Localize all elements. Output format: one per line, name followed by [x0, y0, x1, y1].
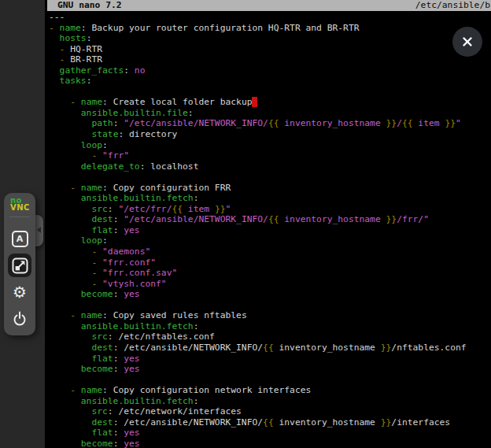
terminal-line: tasks: [49, 76, 491, 87]
terminal-line: dest: "/etc/ansible/NETWORK_INFO/{{ inve… [49, 214, 491, 225]
cursor [252, 97, 257, 107]
divider [9, 217, 30, 217]
fullscreen-icon [12, 257, 28, 274]
terminal[interactable]: GNU nano 7.2 /etc/ansible/b ---- name: B… [45, 0, 491, 448]
terminal-line: - HQ-RTR [49, 44, 491, 55]
terminal-line: become: yes [49, 289, 491, 300]
power-icon [11, 310, 28, 328]
terminal-line: become: yes [49, 364, 491, 375]
keyboard-button[interactable]: A [8, 227, 31, 250]
editor-content[interactable]: ---- name: Backup your router configurat… [49, 12, 491, 448]
terminal-line: - "frr" [49, 150, 491, 161]
terminal-line: src: /etc/network/interfaces [49, 406, 491, 417]
terminal-line: ansible.builtin.file: [49, 108, 491, 119]
terminal-line: - "vtysh.conf" [49, 279, 491, 290]
terminal-line: - name: Backup your router configuration… [49, 23, 491, 34]
gear-icon: ⚙ [13, 284, 27, 300]
terminal-line [49, 87, 491, 98]
vnc-control-bar: no VNC A ⚙ [4, 193, 35, 335]
terminal-line: flat: yes [49, 354, 491, 365]
terminal-line: - "daemons" [49, 246, 491, 257]
novnc-logo-vnc: VNC [10, 205, 29, 212]
power-button[interactable] [8, 307, 31, 331]
terminal-line [49, 375, 491, 386]
terminal-line: loop: [49, 235, 491, 246]
keyboard-key-icon: A [12, 231, 28, 247]
vnc-session-screen: GNU nano 7.2 /etc/ansible/b ---- name: B… [0, 0, 491, 448]
terminal-line: flat: yes [49, 225, 491, 236]
settings-button[interactable]: ⚙ [8, 280, 31, 304]
nano-file-path: /etc/ansible/b [415, 0, 490, 11]
terminal-line: dest: /etc/ansible/NETWORK_INFO/{{ inven… [49, 417, 491, 428]
terminal-line: become: yes [49, 439, 491, 448]
terminal-line [49, 300, 491, 311]
terminal-line: flat: yes [49, 428, 491, 439]
terminal-line: path: "/etc/ansible/NETWORK_INFO/{{ inve… [49, 118, 491, 129]
terminal-line: ansible.builtin.fetch: [49, 321, 491, 332]
terminal-line: - "frr.conf.sav" [49, 268, 491, 279]
nano-version: GNU nano 7.2 [57, 0, 122, 11]
terminal-line: state: directory [49, 129, 491, 140]
terminal-line: --- [49, 12, 491, 23]
terminal-line: delegate_to: localhost [49, 161, 491, 172]
terminal-line: hosts: [49, 33, 491, 44]
novnc-logo: no VNC [10, 198, 29, 211]
close-icon [460, 34, 475, 50]
terminal-line: - "frr.conf" [49, 257, 491, 268]
terminal-line: dest: /etc/ansible/NETWORK_INFO/{{ inven… [49, 342, 491, 354]
terminal-line: - name: Copy configuration network inter… [49, 385, 491, 396]
terminal-line: gather_facts: no [49, 65, 491, 76]
close-button[interactable] [452, 27, 482, 57]
terminal-line [49, 172, 491, 183]
terminal-line: ansible.builtin.fetch: [49, 396, 491, 407]
terminal-line: ansible.builtin.fetch: [49, 193, 491, 204]
terminal-line: loop: [49, 140, 491, 151]
terminal-line: src: "/etc/frr/{{ item }}" [49, 204, 491, 215]
terminal-line: - BR-RTR [49, 54, 491, 65]
fullscreen-button[interactable] [8, 254, 31, 277]
terminal-line: src: /etc/nftables.conf [49, 331, 491, 342]
terminal-line: - name: Copy saved rules nftables [49, 310, 491, 321]
terminal-line: - name: Create local folder backup [49, 97, 491, 108]
terminal-line: - name: Copy configuration FRR [49, 183, 491, 194]
nano-titlebar: GNU nano 7.2 /etc/ansible/b [47, 0, 491, 11]
